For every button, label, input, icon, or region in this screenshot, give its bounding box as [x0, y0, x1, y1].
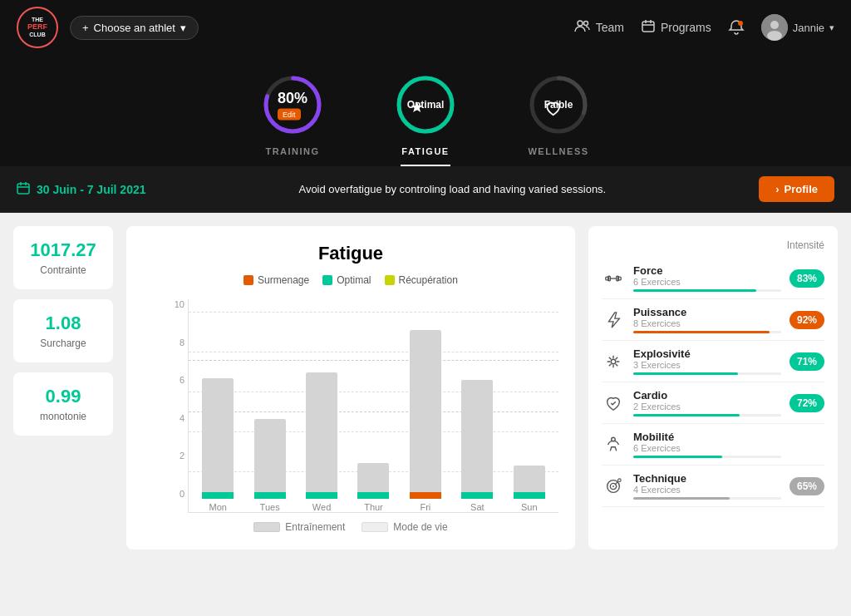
bar-chart-area: 1086420 — [143, 299, 558, 513]
metric-bar-force — [633, 289, 756, 292]
metric-badge-puissance: 92% — [790, 311, 824, 329]
metric-icon-puissance — [602, 308, 625, 332]
contrainte-label: Contrainte — [27, 264, 100, 276]
metric-bar-wrap-force — [633, 289, 781, 292]
notifications-bell[interactable] — [728, 19, 745, 36]
bar-main-Sun — [514, 466, 545, 492]
tab-training[interactable]: 80% Edit TRAINING — [259, 71, 326, 166]
chart-section: Fatigue Surmenage Optimal Récupération 1… — [126, 226, 575, 549]
x-label-Tues: Tues — [245, 502, 293, 512]
stat-card-surcharge: 1.08 Surcharge — [13, 299, 113, 362]
wellness-gauge: Faible — [525, 71, 592, 138]
header-top: THE PERF CLUB + Choose an athlet ▾ — [0, 0, 851, 55]
metric-name-puissance: Puissance — [633, 306, 781, 318]
bar-main-Thur — [357, 463, 389, 492]
metric-icon-cardio — [602, 392, 625, 415]
active-tab-indicator — [401, 165, 450, 166]
choose-athlete-button[interactable]: + Choose an athlet ▾ — [70, 16, 199, 40]
bar-group-Tues — [245, 299, 293, 499]
fatigue-gauge: Optimal — [392, 71, 459, 138]
training-edit-button[interactable]: Edit — [278, 109, 301, 121]
date-text: 30 Juin - 7 Juil 2021 — [37, 183, 146, 196]
contrainte-value: 1017.27 — [27, 239, 100, 261]
team-nav-item[interactable]: Team — [574, 19, 624, 36]
left-stats: 1017.27 Contrainte 1.08 Surcharge 0.99 m… — [13, 226, 113, 549]
team-label: Team — [596, 21, 624, 34]
metric-sub-mobilité: 6 Exercices — [633, 443, 781, 453]
wellness-gauge-center: Faible — [544, 99, 573, 111]
user-profile-nav[interactable]: Jannie ▾ — [761, 14, 834, 41]
footer-mode-vie: Mode de vie — [362, 521, 447, 533]
metric-name-force: Force — [633, 264, 781, 277]
metric-bar-mobilité — [633, 456, 722, 458]
legend-dot-surmenage — [243, 275, 253, 285]
bar-bottom-Mon — [202, 492, 234, 499]
metric-bar-wrap-puissance — [633, 331, 781, 333]
chart-footer: Entraînement Mode de vie — [143, 521, 558, 533]
bar-bottom-Tues — [254, 492, 286, 499]
metric-sub-puissance: 8 Exercices — [633, 318, 781, 328]
legend-label-recuperation: Récupération — [399, 274, 458, 286]
profile-label: Profile — [785, 183, 818, 195]
plus-icon: + — [82, 22, 89, 34]
metric-info-force: Force 6 Exercices — [633, 264, 781, 292]
user-name: Jannie — [793, 22, 824, 34]
metric-row-puissance: Puissance 8 Exercices 92% — [602, 299, 824, 341]
training-tab-label: TRAINING — [265, 146, 319, 156]
metric-name-explosivité: Explosivité — [633, 347, 781, 360]
metric-row-cardio: Cardio 2 Exercices 72% — [602, 382, 824, 424]
legend-dot-recuperation — [385, 275, 395, 285]
bar-bottom-Wed — [306, 492, 337, 499]
profile-button[interactable]: › Profile — [759, 176, 834, 202]
svg-point-1 — [583, 22, 588, 26]
metric-icon-technique — [602, 475, 625, 498]
bar-group-Wed — [298, 299, 346, 499]
tab-fatigue[interactable]: Optimal FATIGUE — [392, 71, 459, 166]
chart-title: Fatigue — [143, 243, 558, 264]
metric-badge-cardio: 72% — [790, 394, 824, 412]
header: THE PERF CLUB + Choose an athlet ▾ — [0, 0, 851, 166]
x-label-Sat: Sat — [453, 502, 501, 512]
date-bar: 30 Juin - 7 Juil 2021 Avoid overfatigue … — [0, 166, 851, 213]
programs-icon — [641, 18, 656, 37]
metric-bar-wrap-explosivité — [633, 372, 781, 375]
metric-bar-technique — [633, 497, 730, 500]
bar-group-Thur — [349, 299, 397, 499]
training-percent: 80% — [278, 90, 307, 107]
legend-label-optimal: Optimal — [337, 274, 371, 286]
x-label-Sun: Sun — [505, 502, 553, 512]
stat-card-contrainte: 1017.27 Contrainte — [13, 226, 113, 289]
bar-bottom-Sat — [461, 492, 493, 499]
x-label-Wed: Wed — [298, 502, 346, 512]
metric-badge-force: 83% — [790, 269, 824, 288]
bar-group-Mon — [194, 299, 242, 499]
x-label-Thur: Thur — [349, 502, 397, 512]
user-chevron-icon: ▾ — [829, 22, 834, 33]
bar-group-Sat — [453, 299, 501, 499]
advice-text: Avoid overfatigue by controling load and… — [298, 183, 606, 195]
metric-row-force: Force 6 Exercices 83% — [602, 258, 824, 299]
tab-wellness[interactable]: Faible WELLNESS — [525, 71, 592, 166]
metric-sub-cardio: 2 Exercices — [633, 402, 781, 411]
programs-nav-item[interactable]: Programs — [641, 18, 711, 37]
metric-badge-technique: 65% — [790, 477, 824, 495]
date-container: 30 Juin - 7 Juil 2021 — [17, 181, 146, 198]
fatigue-tab-label: FATIGUE — [401, 146, 449, 156]
right-panel: Intensité Force 6 Exercices 83% Puissanc… — [588, 226, 838, 549]
bar-main-Tues — [254, 419, 286, 492]
fatigue-gauge-center: Optimal — [407, 99, 445, 111]
bar-bottom-Sun — [514, 492, 545, 499]
svg-point-19 — [611, 359, 616, 364]
svg-point-23 — [612, 485, 614, 487]
metric-sub-force: 6 Exercices — [633, 277, 781, 287]
bar-bottom-Fri — [410, 492, 441, 499]
surcharge-label: Surcharge — [27, 338, 100, 349]
metric-bar-wrap-cardio — [633, 414, 781, 416]
metric-bar-cardio — [633, 414, 740, 416]
metric-sub-technique: 4 Exercices — [633, 485, 781, 495]
logo: THE PERF CLUB — [17, 7, 58, 48]
choose-athlete-label: Choose an athlet — [94, 22, 175, 34]
team-icon — [574, 19, 591, 36]
programs-label: Programs — [661, 21, 711, 34]
metric-bar-wrap-technique — [633, 497, 781, 500]
